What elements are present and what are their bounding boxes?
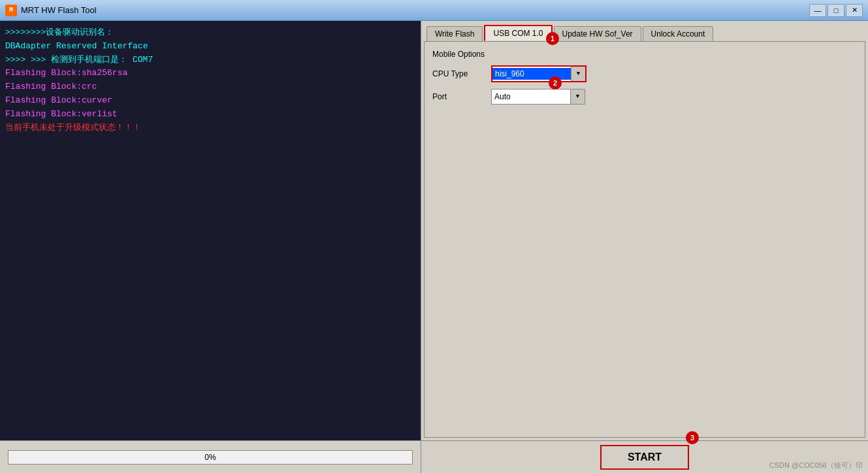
progress-text: 0% — [204, 453, 216, 462]
port-select-wrapper[interactable]: ▼ — [491, 89, 585, 105]
restore-button[interactable]: □ — [828, 4, 844, 17]
start-button[interactable]: START — [600, 445, 689, 470]
watermark: CSDN @COC056（徐可）印 — [769, 461, 863, 470]
cpu-type-row: CPU Type ▼ — [432, 65, 857, 82]
port-label: Port — [432, 92, 485, 101]
window-controls: — □ ✕ — [809, 4, 863, 17]
tab-write-flash[interactable]: Write Flash — [426, 26, 483, 41]
tab-unlock-account[interactable]: Unlock Account — [643, 26, 714, 41]
cpu-type-select-wrapper[interactable]: ▼ — [491, 65, 587, 82]
console-line-1: >>>>>>>>设备驱动识别名： — [5, 26, 415, 40]
title-bar: M MRT HW Flash Tool — □ ✕ — [0, 0, 868, 21]
console-line-7: Flashing Block:verlist — [5, 108, 415, 122]
cpu-type-input[interactable] — [492, 68, 571, 80]
tab-content: Mobile Options CPU Type ▼ Port ▼ — [424, 41, 865, 438]
mobile-options-label: Mobile Options — [432, 50, 857, 59]
bottom-bar: 0% START — [0, 440, 868, 473]
console-line-3: >>>> >>> 检测到手机端口是： COM7 — [5, 54, 415, 67]
main-area: >>>>>>>>设备驱动识别名： DBAdapter Reserved Inte… — [0, 21, 868, 440]
right-panel: Write Flash USB COM 1.0 Update HW Sof_Ve… — [421, 21, 868, 440]
title-text: MRT HW Flash Tool — [21, 5, 97, 15]
minimize-button[interactable]: — — [809, 4, 826, 17]
console-line-5: Flashing Block:crc — [5, 80, 415, 94]
cpu-type-dropdown-btn[interactable]: ▼ — [571, 67, 585, 81]
console-line-6: Flashing Block:curver — [5, 94, 415, 108]
port-row: Port ▼ — [432, 89, 857, 105]
cpu-type-label: CPU Type — [432, 69, 485, 78]
tab-usb-com[interactable]: USB COM 1.0 — [484, 25, 552, 41]
console-line-4: Flashing Block:sha256rsa — [5, 67, 415, 80]
close-button[interactable]: ✕ — [846, 4, 863, 17]
console-line-8: 当前手机未处于升级模式状态！！！ — [5, 122, 415, 135]
tabs-bar: Write Flash USB COM 1.0 Update HW Sof_Ve… — [421, 21, 868, 41]
port-dropdown-btn[interactable]: ▼ — [570, 90, 585, 104]
tab-update-hw[interactable]: Update HW Sof_Ver — [554, 26, 641, 41]
console-panel: >>>>>>>>设备驱动识别名： DBAdapter Reserved Inte… — [0, 21, 421, 440]
title-bar-left: M MRT HW Flash Tool — [5, 5, 97, 16]
port-input[interactable] — [492, 91, 570, 103]
progress-area: 0% — [0, 441, 421, 473]
app-icon: M — [5, 5, 17, 16]
progress-bar-outer: 0% — [8, 450, 413, 465]
console-line-2: DBAdapter Reserved Interface — [5, 40, 415, 54]
